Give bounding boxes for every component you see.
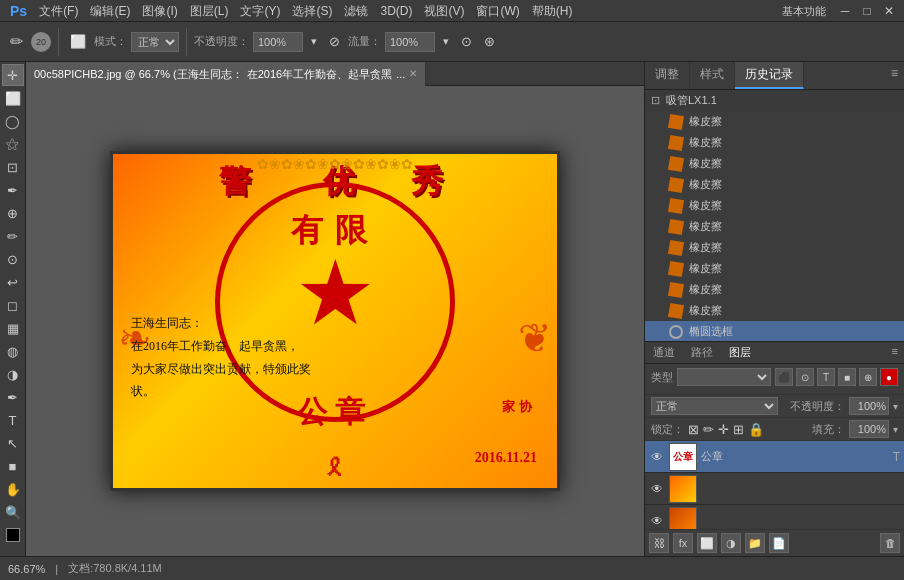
flow-input[interactable] xyxy=(385,32,435,52)
layer-blend-mode-select[interactable]: 正常 xyxy=(651,397,778,415)
tab-history[interactable]: 历史记录 xyxy=(735,62,804,89)
pen-tool[interactable]: ✒ xyxy=(2,386,24,408)
menu-item-image[interactable]: 图像(I) xyxy=(136,0,183,22)
opacity-input[interactable] xyxy=(253,32,303,52)
history-item-4[interactable]: 橡皮擦 xyxy=(645,195,904,216)
document-tab[interactable]: 00c58PICHB2.jpg @ 66.7% (王海生同志： 在2016年工作… xyxy=(26,62,426,86)
layer-filter-text-btn[interactable]: T xyxy=(817,368,835,386)
history-item-7[interactable]: 橡皮擦 xyxy=(645,258,904,279)
brush-tool[interactable]: ✏ xyxy=(2,225,24,247)
gradient-tool[interactable]: ▦ xyxy=(2,317,24,339)
history-item-1[interactable]: 橡皮擦 xyxy=(645,132,904,153)
cert-bottom-bow: 🎗 xyxy=(323,454,347,482)
move-tool[interactable]: ✛ xyxy=(2,64,24,86)
tab-adjust[interactable]: 调整 xyxy=(645,62,690,89)
menu-item-edit[interactable]: 编辑(E) xyxy=(84,0,136,22)
magic-wand-tool[interactable]: ⚝ xyxy=(2,133,24,155)
minimize-button[interactable]: ─ xyxy=(834,0,856,22)
canvas-workspace[interactable]: 警 优 秀 ✿❀✿❀✿❀✿❀✿❀✿❀✿ ❧ ❦ ★ 有限 xyxy=(26,86,644,556)
shape-tool[interactable]: ■ xyxy=(2,455,24,477)
history-brush-tool[interactable]: ↩ xyxy=(2,271,24,293)
pressure-button[interactable]: ⊘ xyxy=(325,32,344,51)
lock-position-icon[interactable]: ✛ xyxy=(718,422,729,437)
marquee-tool[interactable]: ⬜ xyxy=(2,87,24,109)
layer-opacity-input[interactable] xyxy=(849,397,889,415)
menu-item-file[interactable]: 文件(F) xyxy=(33,0,84,22)
layer-eye-3[interactable]: 👁 xyxy=(649,513,665,529)
history-item-3[interactable]: 橡皮擦 xyxy=(645,174,904,195)
text-tool[interactable]: T xyxy=(2,409,24,431)
mode-select[interactable]: 正常 xyxy=(131,32,179,52)
healing-tool[interactable]: ⊕ xyxy=(2,202,24,224)
layer-panel-menu-icon[interactable]: ≡ xyxy=(886,342,904,363)
blur-tool[interactable]: ◍ xyxy=(2,340,24,362)
menu-item-help[interactable]: 帮助(H) xyxy=(526,0,579,22)
eraser-tool[interactable]: ◻ xyxy=(2,294,24,316)
layer-item-3[interactable]: 👁 xyxy=(645,505,904,529)
crop-tool[interactable]: ⊡ xyxy=(2,156,24,178)
history-item-10[interactable]: 椭圆选框 xyxy=(645,321,904,341)
tab-paths[interactable]: 路径 xyxy=(683,342,721,363)
history-item-2[interactable]: 橡皮擦 xyxy=(645,153,904,174)
history-item-9[interactable]: 橡皮擦 xyxy=(645,300,904,321)
menu-item-window[interactable]: 窗口(W) xyxy=(470,0,525,22)
brush-preset-button[interactable]: ⬜ xyxy=(66,32,90,51)
zoom-tool[interactable]: 🔍 xyxy=(2,501,24,523)
layer-delete-button[interactable]: 🗑 xyxy=(880,533,900,553)
lock-all-icon[interactable]: ⊠ xyxy=(688,422,699,437)
layer-fill-chevron[interactable]: ▾ xyxy=(893,424,898,435)
airbrush-button[interactable]: ⊙ xyxy=(457,32,476,51)
menu-item-view[interactable]: 视图(V) xyxy=(418,0,470,22)
menu-item-filter[interactable]: 滤镜 xyxy=(338,0,374,22)
tab-style[interactable]: 样式 xyxy=(690,62,735,89)
layer-filter-pixel-btn[interactable]: ⬛ xyxy=(775,368,793,386)
layer-link-button[interactable]: ⛓ xyxy=(649,533,669,553)
tab-layers[interactable]: 图层 xyxy=(721,342,759,363)
history-item-8[interactable]: 橡皮擦 xyxy=(645,279,904,300)
menu-item-text[interactable]: 文字(Y) xyxy=(234,0,286,22)
layer-eye-gongzhang[interactable]: 👁 xyxy=(649,449,665,465)
flow-options-button[interactable]: ▾ xyxy=(439,33,453,50)
tab-channels[interactable]: 通道 xyxy=(645,342,683,363)
brush-tool-button[interactable]: ✏ xyxy=(6,30,27,53)
layer-filter-adjust-btn[interactable]: ⊙ xyxy=(796,368,814,386)
foreground-color[interactable] xyxy=(6,528,20,542)
clone-tool[interactable]: ⊙ xyxy=(2,248,24,270)
panel-menu-icon[interactable]: ≡ xyxy=(885,62,904,89)
restore-button[interactable]: □ xyxy=(856,0,878,22)
layer-eye-2[interactable]: 👁 xyxy=(649,481,665,497)
symmetry-button[interactable]: ⊛ xyxy=(480,32,499,51)
history-item-0[interactable]: 橡皮擦 xyxy=(645,111,904,132)
lasso-tool[interactable]: ◯ xyxy=(2,110,24,132)
layer-filter-smart-btn[interactable]: ⊕ xyxy=(859,368,877,386)
lock-pixel-icon[interactable]: ✏ xyxy=(703,422,714,437)
layer-opacity-chevron[interactable]: ▾ xyxy=(893,401,898,412)
layer-style-button[interactable]: fx xyxy=(673,533,693,553)
layer-fill-input[interactable] xyxy=(849,420,889,438)
history-item-6[interactable]: 橡皮擦 xyxy=(645,237,904,258)
layer-new-button[interactable]: 📄 xyxy=(769,533,789,553)
dodge-tool[interactable]: ◑ xyxy=(2,363,24,385)
layer-group-button[interactable]: 📁 xyxy=(745,533,765,553)
lock-artboard-icon[interactable]: ⊞ xyxy=(733,422,744,437)
layer-filter-toggle-btn[interactable]: ● xyxy=(880,368,898,386)
close-button[interactable]: ✕ xyxy=(878,0,900,22)
menu-item-3d[interactable]: 3D(D) xyxy=(374,0,418,22)
hand-tool[interactable]: ✋ xyxy=(2,478,24,500)
history-item-5[interactable]: 橡皮擦 xyxy=(645,216,904,237)
opacity-options-button[interactable]: ▾ xyxy=(307,33,321,50)
layer-filter-shape-btn[interactable]: ■ xyxy=(838,368,856,386)
layer-type-select[interactable] xyxy=(677,368,771,386)
workspace-select[interactable]: 基本功能 xyxy=(774,0,834,22)
lock-layer-icon[interactable]: 🔒 xyxy=(748,422,764,437)
layer-item-2[interactable]: 👁 xyxy=(645,473,904,505)
menu-item-layer[interactable]: 图层(L) xyxy=(184,0,235,22)
layer-item-gongzhang[interactable]: 👁 公章 公章 T xyxy=(645,441,904,473)
path-tool[interactable]: ↖ xyxy=(2,432,24,454)
eyedropper-tool[interactable]: ✒ xyxy=(2,179,24,201)
history-prev-state[interactable]: ⊡ 吸管LX1.1 xyxy=(645,90,904,111)
menu-item-select[interactable]: 选择(S) xyxy=(286,0,338,22)
layer-adjustment-button[interactable]: ◑ xyxy=(721,533,741,553)
tab-close-button[interactable]: ✕ xyxy=(409,62,417,86)
layer-mask-button[interactable]: ⬜ xyxy=(697,533,717,553)
